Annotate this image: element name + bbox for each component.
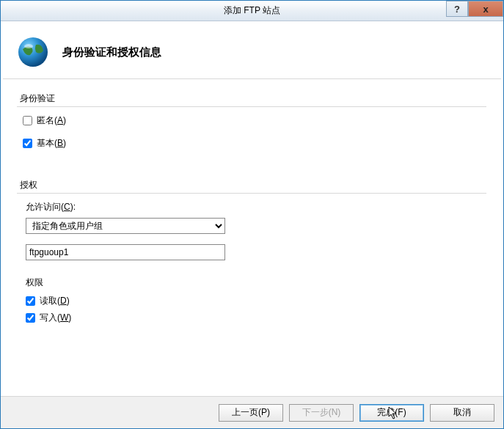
wizard-footer: 上一页(P) 下一步(N) 完成(F) 取消 bbox=[1, 396, 503, 428]
allow-access-select[interactable]: 指定角色或用户组 bbox=[26, 218, 225, 234]
read-checkbox[interactable] bbox=[26, 296, 35, 306]
write-checkbox[interactable] bbox=[26, 313, 35, 323]
cancel-button[interactable]: 取消 bbox=[430, 404, 494, 422]
anonymous-checkbox[interactable] bbox=[23, 116, 32, 125]
permissions-group: 读取(D) 写入(W) bbox=[20, 295, 484, 324]
permissions-label: 权限 bbox=[26, 276, 484, 289]
window-title: 添加 FTP 站点 bbox=[1, 4, 503, 17]
read-checkbox-row: 读取(D) bbox=[26, 295, 484, 307]
finish-button[interactable]: 完成(F) bbox=[359, 404, 424, 422]
svg-point-1 bbox=[24, 44, 33, 48]
anonymous-checkbox-row: 匿名(A) bbox=[23, 114, 484, 127]
help-button[interactable]: ? bbox=[446, 1, 468, 17]
write-checkbox-row: 写入(W) bbox=[26, 312, 484, 324]
authz-group-label: 授权 bbox=[20, 179, 484, 191]
authz-group-underline bbox=[17, 193, 486, 194]
wizard-header: 身份验证和授权信息 bbox=[1, 21, 503, 78]
previous-button[interactable]: 上一页(P) bbox=[219, 404, 283, 422]
titlebar-buttons: ? x bbox=[446, 1, 503, 21]
write-label[interactable]: 写入(W) bbox=[40, 312, 71, 324]
content-area: 身份验证 匿名(A) 基本(B) 授权 允许访问(C): 指定角色或用户组 权限… bbox=[1, 79, 503, 336]
basic-checkbox-row: 基本(B) bbox=[23, 137, 484, 150]
basic-checkbox[interactable] bbox=[23, 139, 32, 148]
globe-icon bbox=[15, 34, 51, 70]
next-button: 下一步(N) bbox=[289, 404, 354, 422]
read-label[interactable]: 读取(D) bbox=[40, 295, 70, 307]
basic-label[interactable]: 基本(B) bbox=[37, 137, 66, 150]
svg-point-0 bbox=[18, 37, 48, 67]
allow-access-label: 允许访问(C): bbox=[26, 201, 484, 213]
auth-group-underline bbox=[17, 106, 486, 107]
page-title: 身份验证和授权信息 bbox=[62, 45, 161, 59]
auth-group-label: 身份验证 bbox=[20, 92, 484, 105]
titlebar: 添加 FTP 站点 ? x bbox=[1, 1, 503, 21]
role-group-input[interactable] bbox=[26, 244, 225, 260]
close-button[interactable]: x bbox=[468, 1, 503, 17]
anonymous-label[interactable]: 匿名(A) bbox=[37, 114, 66, 127]
